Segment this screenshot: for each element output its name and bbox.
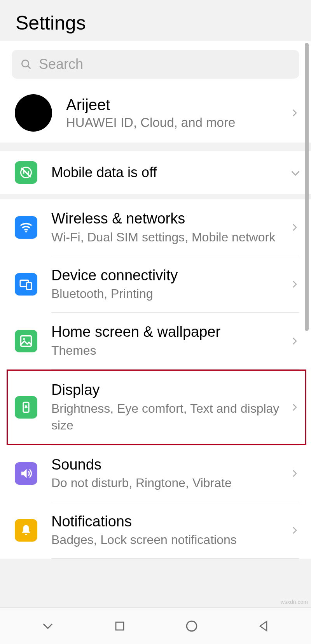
display-icon: [15, 396, 37, 419]
nav-home-button[interactable]: [183, 618, 200, 635]
item-text: Notifications Badges, Lock screen notifi…: [51, 512, 286, 549]
search-input[interactable]: Search: [12, 50, 299, 79]
svg-rect-15: [116, 622, 124, 630]
content: Search Arijeet HUAWEI ID, Cloud, and mor…: [0, 41, 311, 559]
svg-rect-8: [27, 283, 31, 290]
chevron-right-icon: [290, 469, 299, 478]
search-wrapper: Search: [0, 41, 311, 86]
item-title: Sounds: [51, 456, 282, 474]
svg-marker-17: [260, 621, 266, 631]
mobile-data-label: Mobile data is off: [51, 164, 286, 181]
svg-point-6: [25, 231, 27, 232]
section-gap: [0, 143, 311, 151]
settings-item-wireless[interactable]: Wireless & networks Wi-Fi, Dual SIM sett…: [0, 199, 311, 256]
item-title: Wireless & networks: [51, 209, 282, 228]
chevron-right-icon: [290, 280, 299, 289]
page-title: Settings: [16, 12, 295, 34]
svg-line-1: [28, 66, 30, 69]
chevron-right-icon: [290, 223, 299, 232]
account-subtitle: HUAWEI ID, Cloud, and more: [66, 115, 286, 130]
bell-icon: [15, 519, 37, 542]
svg-point-16: [187, 621, 197, 631]
wallpaper-icon: [15, 330, 37, 352]
mobile-data-row[interactable]: Mobile data is off: [0, 151, 311, 194]
nav-recents-button[interactable]: [111, 618, 128, 635]
sound-icon: [15, 462, 37, 485]
item-subtitle: Wi-Fi, Dual SIM settings, Mobile network: [51, 229, 282, 246]
item-title: Notifications: [51, 512, 282, 531]
chevron-right-icon: [290, 403, 299, 412]
settings-item-home-screen[interactable]: Home screen & wallpaper Themes: [0, 313, 311, 369]
mobile-data-icon: [15, 161, 37, 184]
item-subtitle: Brightness, Eye comfort, Text and displa…: [51, 400, 282, 434]
item-subtitle: Do not disturb, Ringtone, Vibrate: [51, 475, 282, 491]
settings-item-sounds[interactable]: Sounds Do not disturb, Ringtone, Vibrate: [0, 445, 311, 502]
chevron-right-icon: [290, 108, 299, 118]
chevron-down-icon: [290, 168, 299, 177]
item-text: Sounds Do not disturb, Ringtone, Vibrate: [51, 456, 286, 492]
item-subtitle: Bluetooth, Printing: [51, 285, 282, 302]
account-name: Arijeet: [66, 96, 286, 114]
svg-line-3: [21, 168, 31, 177]
item-subtitle: Badges, Lock screen notifications: [51, 531, 282, 548]
item-title: Device connectivity: [51, 266, 282, 285]
section-gap: [0, 194, 311, 199]
watermark: wsxdn.com: [281, 599, 308, 605]
nav-back-button[interactable]: [255, 618, 272, 635]
chevron-right-icon: [290, 526, 299, 535]
search-placeholder: Search: [39, 56, 83, 72]
divider: [51, 558, 299, 559]
account-row[interactable]: Arijeet HUAWEI ID, Cloud, and more: [0, 86, 311, 143]
search-icon: [20, 58, 32, 70]
item-text: Wireless & networks Wi-Fi, Dual SIM sett…: [51, 209, 286, 246]
account-text: Arijeet HUAWEI ID, Cloud, and more: [66, 96, 286, 130]
settings-list: Wireless & networks Wi-Fi, Dual SIM sett…: [0, 199, 311, 559]
nav-hide-button[interactable]: [39, 618, 56, 635]
avatar: [15, 94, 52, 132]
settings-item-notifications[interactable]: Notifications Badges, Lock screen notifi…: [0, 502, 311, 559]
svg-rect-10: [21, 336, 31, 346]
scrollbar[interactable]: [305, 43, 309, 331]
chevron-right-icon: [290, 336, 299, 346]
item-text: Device connectivity Bluetooth, Printing: [51, 266, 286, 303]
header: Settings: [0, 0, 311, 41]
wifi-icon: [15, 216, 37, 239]
item-title: Home screen & wallpaper: [51, 323, 282, 341]
item-subtitle: Themes: [51, 342, 282, 359]
svg-point-11: [23, 338, 25, 340]
item-text: Home screen & wallpaper Themes: [51, 323, 286, 359]
navigation-bar: [0, 607, 311, 644]
settings-item-display[interactable]: Display Brightness, Eye comfort, Text an…: [7, 370, 306, 445]
item-title: Display: [51, 381, 282, 399]
devices-icon: [15, 273, 37, 296]
item-text: Display Brightness, Eye comfort, Text an…: [51, 381, 286, 434]
settings-item-device-connectivity[interactable]: Device connectivity Bluetooth, Printing: [0, 256, 311, 313]
svg-point-0: [22, 60, 29, 67]
